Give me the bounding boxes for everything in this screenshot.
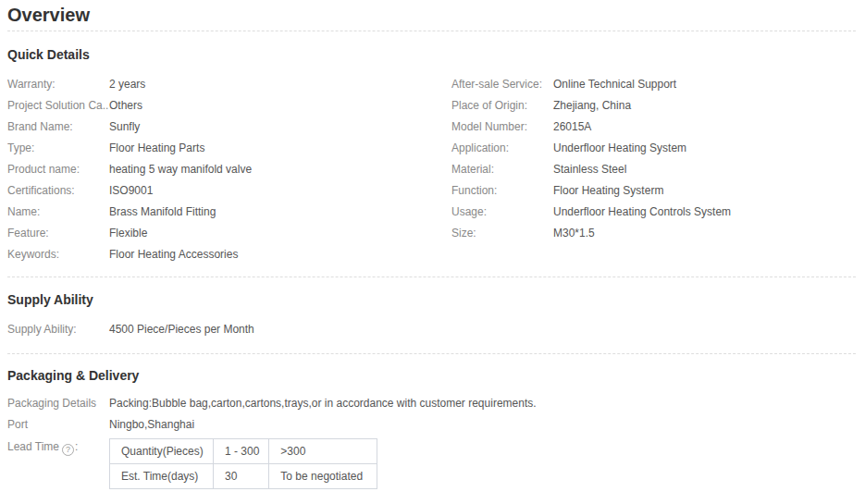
detail-label: Port (7, 414, 109, 436)
detail-row-name: Name: Brass Manifold Fitting (7, 202, 451, 223)
lead-time-cell-range-2: >300 (269, 439, 377, 464)
detail-row-after-sale-service: After-sale Service: Online Technical Sup… (451, 74, 856, 95)
lead-time-cell-quantity-header: Quantity(Pieces) (110, 439, 214, 464)
detail-row-usage: Usage: Underfloor Heating Controls Syste… (451, 202, 856, 223)
supply-ability-heading: Supply Ability (7, 292, 856, 307)
detail-label: Type: (7, 138, 109, 159)
detail-value: Flexible (109, 223, 147, 244)
detail-row-port: Port Ningbo,Shanghai (7, 414, 856, 436)
detail-label: Model Number: (451, 117, 553, 138)
detail-row-size: Size: M30*1.5 (451, 223, 856, 244)
detail-label: Keywords: (7, 244, 109, 265)
detail-value: 26015A (553, 117, 591, 138)
detail-row-keywords: Keywords: Floor Heating Accessories (7, 244, 451, 265)
detail-value: Floor Heating Accessories (109, 244, 238, 265)
detail-row-feature: Feature: Flexible (7, 223, 451, 244)
detail-value: Online Technical Support (553, 74, 676, 95)
detail-row-brand-name: Brand Name: Sunfly (7, 117, 451, 138)
table-row: Est. Time(days) 30 To be negotiated (110, 464, 377, 489)
detail-label: Size: (451, 223, 553, 244)
detail-label: Place of Origin: (451, 95, 553, 117)
detail-row-warranty: Warranty: 2 years (7, 74, 451, 95)
lead-time-cell-time-2: To be negotiated (269, 464, 377, 489)
product-overview-page: Overview Quick Details Warranty: 2 years… (0, 3, 865, 489)
detail-row-function: Function: Floor Heating Systerm (451, 180, 856, 202)
detail-value: heating 5 way manifold valve (109, 159, 252, 180)
detail-label: Supply Ability: (7, 319, 109, 340)
detail-value: Floor Heating Parts (109, 138, 204, 159)
detail-row-model-number: Model Number: 26015A (451, 117, 856, 138)
detail-label: Product name: (7, 159, 109, 180)
detail-row-project-solution: Project Solution Ca... Others (7, 95, 451, 117)
page-title: Overview (7, 3, 856, 27)
detail-value: Ningbo,Shanghai (109, 414, 194, 436)
detail-row-place-of-origin: Place of Origin: Zhejiang, China (451, 95, 856, 117)
detail-value: Stainless Steel (553, 159, 626, 180)
quick-details-left-column: Warranty: 2 years Project Solution Ca...… (7, 74, 451, 265)
detail-label: Usage: (451, 202, 553, 223)
detail-row-material: Material: Stainless Steel (451, 159, 856, 180)
detail-value: Sunfly (109, 117, 140, 138)
lead-time-label-text: Lead Time (7, 440, 59, 453)
detail-value: 2 years (109, 74, 145, 95)
table-row: Quantity(Pieces) 1 - 300 >300 (110, 439, 377, 464)
section-divider (7, 353, 856, 354)
detail-row-supply-ability: Supply Ability: 4500 Piece/Pieces per Mo… (7, 319, 856, 340)
detail-label: After-sale Service: (451, 74, 553, 95)
detail-value: M30*1.5 (553, 223, 595, 244)
detail-row-certifications: Certifications: ISO9001 (7, 180, 451, 202)
detail-label: Material: (451, 159, 553, 180)
detail-row-product-name: Product name: heating 5 way manifold val… (7, 159, 451, 180)
detail-label: Name: (7, 202, 109, 223)
detail-row-type: Type: Floor Heating Parts (7, 138, 451, 159)
quick-details-right-column: After-sale Service: Online Technical Sup… (451, 74, 856, 265)
detail-row-application: Application: Underfloor Heating System (451, 138, 856, 159)
detail-value: Zhejiang, China (553, 95, 631, 117)
detail-label: Brand Name: (7, 117, 109, 138)
detail-value: ISO9001 (109, 180, 153, 202)
detail-value: Others (109, 95, 142, 117)
lead-time-cell-range-1: 1 - 300 (214, 439, 269, 464)
detail-label: Project Solution Ca... (7, 95, 109, 117)
section-divider (7, 277, 856, 277)
packaging-delivery-rows: Packaging Details Packing:Bubble bag,car… (7, 393, 856, 489)
detail-label: Feature: (7, 223, 109, 244)
lead-time-colon: : (75, 440, 78, 453)
quick-details-heading: Quick Details (7, 47, 856, 62)
detail-label: Packaging Details (7, 393, 109, 414)
detail-value: Underfloor Heating Controls System (553, 202, 731, 223)
detail-label: Certifications: (7, 180, 109, 202)
detail-value: Brass Manifold Fitting (109, 202, 216, 223)
detail-row-lead-time: Lead Time?: Quantity(Pieces) 1 - 300 >30… (7, 436, 856, 489)
detail-value: Packing:Bubble bag,carton,cartons,trays,… (109, 393, 537, 414)
detail-value: Underfloor Heating System (553, 138, 686, 159)
detail-row-packaging-details: Packaging Details Packing:Bubble bag,car… (7, 393, 856, 414)
detail-label: Function: (451, 180, 553, 202)
lead-time-cell-time-header: Est. Time(days) (110, 464, 214, 489)
quick-details-grid: Warranty: 2 years Project Solution Ca...… (7, 74, 856, 265)
section-divider (7, 31, 856, 31)
help-icon[interactable]: ? (62, 444, 74, 456)
detail-label: Application: (451, 138, 553, 159)
packaging-delivery-heading: Packaging & Delivery (7, 368, 856, 383)
detail-label: Warranty: (7, 74, 109, 95)
detail-value: Floor Heating Systerm (553, 180, 663, 202)
lead-time-table: Quantity(Pieces) 1 - 300 >300 Est. Time(… (109, 438, 377, 489)
lead-time-cell-time-1: 30 (214, 464, 269, 489)
lead-time-label: Lead Time?: (7, 436, 109, 458)
detail-value: 4500 Piece/Pieces per Month (109, 319, 254, 340)
